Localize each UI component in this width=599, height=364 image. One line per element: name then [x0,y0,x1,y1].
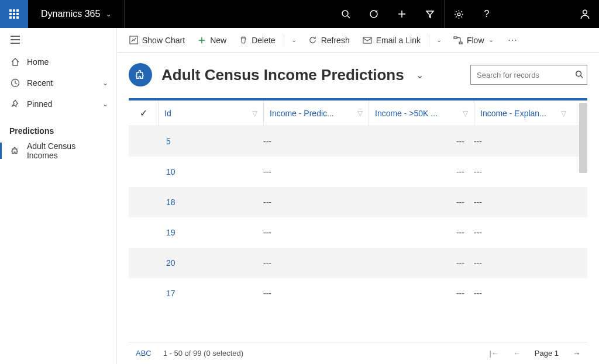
user-label-area [501,0,571,28]
cell-id[interactable]: 5 [158,137,263,146]
cell-id[interactable]: 18 [158,197,263,207]
flow-button[interactable]: Flow ⌄ [447,28,500,52]
svg-rect-6 [9,16,12,19]
cell-id[interactable]: 10 [158,167,263,176]
cell-predict: --- [263,228,369,237]
global-top-bar: Dynamics 365 ⌄ ? [0,0,599,28]
column-header-id[interactable]: Id ▽ [158,100,263,126]
svg-point-14 [457,13,460,16]
table-row[interactable]: 19--------- [129,217,587,248]
puzzle-icon [11,146,20,155]
email-link-button[interactable]: Email a Link [357,28,426,52]
nav-recent[interactable]: Recent ⌄ [0,72,116,93]
svg-rect-7 [13,16,15,19]
flow-icon [453,36,463,44]
svg-rect-24 [454,37,457,39]
search-input[interactable] [477,71,575,79]
nav-section-predictions: Predictions [0,115,116,140]
funnel-icon [425,9,435,19]
person-icon [580,9,590,19]
search-icon [341,9,350,19]
nav-pinned-label: Pinned [27,99,53,109]
column-header-predict[interactable]: Income - Predic... ▽ [263,100,369,126]
chevron-down-icon: ⌄ [102,79,108,87]
prev-page-button[interactable]: ← [513,349,521,358]
nav-pinned[interactable]: Pinned ⌄ [0,93,116,115]
view-header: Adult Census Income Predictions ⌄ [129,63,587,86]
task-button[interactable] [360,0,388,28]
separator [429,34,429,47]
alpha-filter-button[interactable]: ABC [136,349,152,358]
svg-rect-2 [16,9,19,12]
data-grid: ✓ Id ▽ Income - Predic... ▽ Income - >50… [129,98,587,364]
filter-icon[interactable]: ▽ [252,109,257,117]
column-label: Id [164,109,171,118]
table-row[interactable]: 10--------- [129,157,587,187]
svg-rect-8 [16,16,19,19]
separator [284,34,284,47]
nav-home[interactable]: Home [0,51,116,72]
column-header-explain[interactable]: Income - Explan... ▽ [474,100,572,126]
clock-icon [11,78,20,88]
more-commands-button[interactable]: ⋯ [501,34,525,46]
app-launcher-button[interactable] [0,0,28,28]
cmd-label: Delete [252,36,275,45]
refresh-icon [308,36,317,44]
cmd-label: Email a Link [376,36,421,45]
column-label: Income - >50K ... [375,109,438,118]
table-row[interactable]: 20--------- [129,248,587,278]
nav-item-adult-census[interactable]: Adult Census Incomes [0,140,116,161]
show-chart-button[interactable]: Show Chart [123,28,191,52]
filter-button[interactable] [416,0,444,28]
settings-button[interactable] [445,0,473,28]
svg-rect-25 [459,42,462,44]
cell-gt50k: --- [369,289,474,298]
add-button[interactable] [388,0,416,28]
filter-icon[interactable]: ▽ [561,109,566,117]
cell-id[interactable]: 17 [158,289,263,298]
svg-point-9 [342,11,348,16]
svg-rect-1 [13,9,15,12]
brand-switcher[interactable]: Dynamics 365 ⌄ [28,0,125,28]
table-row[interactable]: 5--------- [129,126,587,157]
table-row[interactable]: 17--------- [129,278,587,308]
grid-header-row: ✓ Id ▽ Income - Predic... ▽ Income - >50… [129,100,587,126]
view-selector-button[interactable]: ⌄ [414,70,426,81]
cmd-label: Show Chart [142,36,185,45]
search-icon[interactable] [575,70,583,80]
new-button[interactable]: New [192,28,232,52]
home-icon [11,57,20,67]
nav-collapse-button[interactable] [0,28,116,51]
record-summary: 1 - 50 of 99 (0 selected) [163,349,243,358]
filter-icon[interactable]: ▽ [357,109,363,117]
cell-explain: --- [474,258,572,268]
first-page-button[interactable]: |← [489,349,498,358]
svg-line-27 [581,75,583,78]
next-page-button[interactable]: → [573,349,580,358]
help-button[interactable]: ? [473,0,501,28]
pin-icon [11,99,20,109]
gear-icon [454,9,464,19]
cell-id[interactable]: 20 [158,258,263,268]
question-icon: ? [484,9,490,19]
delete-splitbutton-chevron[interactable]: ⌄ [287,36,301,44]
filter-icon[interactable]: ▽ [463,109,468,117]
cell-explain: --- [474,197,572,207]
user-profile-button[interactable] [571,0,599,28]
table-row[interactable]: 18--------- [129,187,587,217]
pager: |← ← Page 1 → [489,349,580,358]
cell-explain: --- [474,289,572,298]
email-splitbutton-chevron[interactable]: ⌄ [432,36,446,44]
search-button[interactable] [332,0,360,28]
delete-button[interactable]: Delete [233,28,281,52]
select-all-checkbox[interactable]: ✓ [129,108,158,119]
grid-body[interactable]: 5---------10---------18---------19------… [129,126,587,342]
column-header-gt50k[interactable]: Income - >50K ... ▽ [369,100,474,126]
target-icon [369,9,378,19]
record-search[interactable] [470,65,587,85]
command-bar: Show Chart New Delete ⌄ Refresh Email a … [118,28,599,53]
cell-id[interactable]: 19 [158,228,263,237]
svg-rect-3 [9,13,12,15]
refresh-button[interactable]: Refresh [302,28,356,52]
column-label: Income - Predic... [270,109,334,118]
